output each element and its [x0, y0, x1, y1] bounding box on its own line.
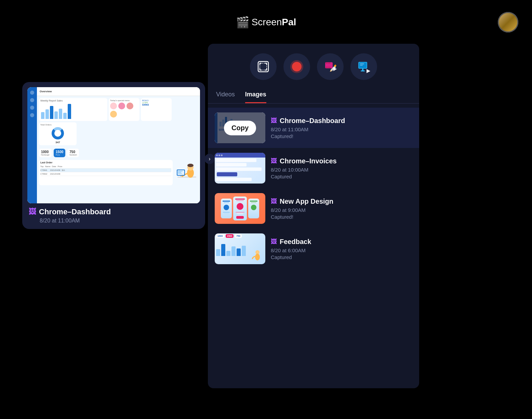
inv-row-2 — [216, 163, 247, 166]
dash-sidebar-dot4 — [30, 113, 34, 117]
list-item-2[interactable]: 🖼 Chrome–Invoices 8/20 at 10:00AM Captur… — [208, 148, 419, 188]
item-title-4: 🖼 Feedback — [271, 238, 412, 246]
chart-bar-4 — [54, 111, 58, 119]
phone-1 — [221, 199, 232, 218]
video-editor-icon — [324, 60, 337, 73]
item-icon-3: 🖼 — [271, 198, 277, 205]
svg-rect-18 — [329, 67, 330, 68]
avatar[interactable] — [498, 12, 518, 32]
logo-icon: 🎬 — [236, 16, 250, 29]
item-status-1: Captured! — [271, 133, 412, 139]
preview-panel: Overview Weekly Report Sales — [22, 82, 205, 229]
fb-person-svg — [251, 249, 263, 261]
item-icon-2: 🖼 — [271, 158, 277, 165]
item-name-1: Chrome–Dashboard — [280, 117, 345, 125]
dash-sidebar-dot3 — [30, 106, 34, 110]
ph-bar-5 — [235, 199, 245, 200]
dashboard-preview: Overview Weekly Report Sales — [27, 87, 200, 203]
preview-image: Overview Weekly Report Sales — [27, 87, 200, 203]
fb-figure — [251, 249, 263, 263]
list-item-4[interactable]: 1000 1500 750 — [208, 229, 419, 269]
phone-3 — [248, 199, 259, 218]
thumb-3 — [215, 193, 265, 224]
screenshot-button[interactable] — [250, 53, 277, 80]
dash-chart-card: Weekly Report Sales — [39, 98, 107, 121]
phone-2 — [233, 197, 247, 220]
num-1500: 1500Pizza — [54, 149, 65, 157]
item-info-1: 🖼 Chrome–Dashboard 8/20 at 11:00AM Captu… — [271, 117, 412, 139]
list-item-3[interactable]: 🖼 New App Design 8/20 at 9:00AM Captured… — [208, 188, 419, 229]
bottom-row: Last Order TopNameDatePrice CTBM12021/04… — [37, 159, 200, 187]
num-750: 750Sandwich — [67, 149, 79, 157]
ph-bar-9 — [250, 201, 257, 202]
item-date-1: 8/20 at 11:00AM — [271, 126, 412, 132]
item-date-4: 8/20 at 6:00AM — [271, 247, 412, 253]
tab-images[interactable]: Images — [245, 87, 266, 103]
dash-sidebar-dot — [30, 91, 34, 95]
list-item-1[interactable]: $234.5 Copy 🖼 Chrome–Dashboard 8/20 at 1… — [208, 108, 419, 148]
inv-row-4 — [216, 178, 252, 181]
item-info-2: 🖼 Chrome–Invoices 8/20 at 10:00AM Captur… — [271, 157, 412, 179]
thumb-4: 1000 1500 750 — [215, 233, 265, 264]
menu-item-3 — [127, 103, 133, 109]
fb-stat-row: 1000 1500 750 — [215, 233, 265, 239]
phone-screen-2 — [233, 197, 247, 220]
phone-screen-1 — [221, 199, 232, 218]
playlist-button[interactable] — [350, 53, 377, 80]
right-panel: Videos Images $234.5 — [208, 44, 419, 388]
item-title-1: 🖼 Chrome–Dashboard — [271, 117, 412, 125]
chart-bar-5 — [59, 109, 62, 119]
svg-rect-11 — [260, 63, 267, 70]
svg-rect-14 — [328, 62, 329, 64]
item-icon-1: 🖼 — [271, 117, 277, 124]
toolbar — [208, 44, 419, 87]
ph-bar-10 — [251, 202, 257, 203]
svg-rect-17 — [328, 67, 329, 68]
preview-date: 8/20 at 11:00AM — [29, 218, 199, 224]
dash-orders-card: Total Orders 347 — [39, 122, 77, 145]
chart-bar-6 — [63, 113, 67, 119]
svg-point-3 — [187, 164, 194, 167]
fb-bar-4 — [231, 246, 236, 256]
record-dot — [292, 62, 302, 71]
fb-stat-1: 1000 — [216, 234, 224, 238]
svg-rect-15 — [329, 62, 330, 64]
ph-circle-2 — [237, 203, 243, 210]
tab-videos[interactable]: Videos — [216, 87, 235, 103]
svg-rect-13 — [326, 62, 327, 64]
playlist-icon — [357, 60, 370, 73]
item-icon-4: 🖼 — [271, 238, 277, 245]
inv-dot-1 — [216, 154, 218, 156]
figure-illustration — [174, 160, 198, 185]
inv-header — [215, 153, 265, 158]
menu-item-4 — [110, 111, 117, 118]
donut-chart — [52, 127, 64, 139]
tabs: Videos Images — [208, 87, 419, 104]
item-status-3: Captured! — [271, 214, 412, 220]
item-name-4: Feedback — [280, 238, 311, 246]
ph-bar-6 — [236, 200, 244, 201]
fb-bar-1 — [216, 249, 220, 256]
svg-rect-16 — [326, 67, 327, 68]
item-title-3: 🖼 New App Design — [271, 198, 412, 205]
fb-bar-3 — [226, 251, 230, 256]
table-row-2: CTBM12021/04/08$11 — [40, 168, 171, 172]
item-date-3: 8/20 at 9:00AM — [271, 207, 412, 213]
fb-bar-5 — [237, 248, 241, 256]
logo-screen-text: Screen — [252, 17, 282, 27]
copy-button[interactable]: Copy — [224, 121, 256, 135]
chart-bars — [40, 103, 106, 120]
logo-pal-text: Pal — [282, 17, 296, 27]
svg-rect-27 — [360, 65, 363, 66]
logo: 🎬 ScreenPal — [236, 16, 296, 29]
arrow-indicator: › — [204, 154, 215, 164]
menu-item-1 — [110, 103, 117, 109]
svg-rect-24 — [361, 70, 365, 71]
video-editor-button[interactable] — [317, 53, 344, 80]
copy-overlay: Copy — [215, 112, 265, 143]
record-button[interactable] — [283, 53, 310, 80]
avatar-image — [498, 12, 518, 32]
preview-info: 🖼 Chrome–Dashboard 8/20 at 11:00AM — [27, 203, 200, 224]
svg-rect-23 — [362, 69, 363, 70]
logo-text: ScreenPal — [252, 17, 296, 28]
